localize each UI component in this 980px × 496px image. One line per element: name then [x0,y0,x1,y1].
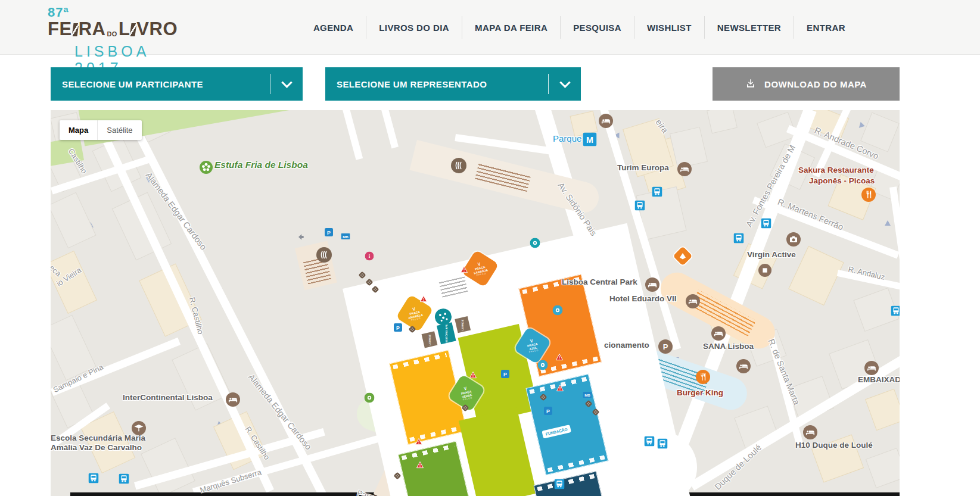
road [341,110,363,160]
map-type-mapa[interactable]: Mapa [60,120,97,140]
building [865,389,900,431]
parking-sq-icon: P [501,370,509,378]
camera-icon [786,232,801,247]
represented-dropdown-label: SELECIONE UM REPRESENTADO [325,79,548,89]
download-icon [745,78,756,91]
warning-icon [415,438,423,446]
street-label: Marquês Subserra [199,467,263,495]
poi-label[interactable]: Burger King [677,388,723,397]
hotel-icon[interactable] [736,359,751,373]
mb-icon: MB [583,391,592,400]
poi-label[interactable]: Lisboa Central Park [562,277,637,286]
arrow-left-icon [296,232,306,242]
orange-diamond-icon [671,244,695,268]
teal-dot-icon [530,238,540,248]
map-type-control: Mapa Satélite [60,120,142,140]
kiosk-icon [592,408,600,416]
nav-item-wishlist[interactable]: WISHLIST [634,23,704,33]
hotel-icon[interactable] [803,425,817,439]
site-logo[interactable]: 87ª FERADOLVRO LISBOA 2017 [48,5,185,52]
poi-label[interactable]: Virgin Active [747,250,796,259]
bus-icon [652,187,662,197]
svg-text:P: P [327,230,331,236]
parking-icon: P [658,339,673,354]
nav-item-pesquisa[interactable]: PESQUISA [561,23,634,33]
blue-dot-icon [553,305,563,316]
participant-dropdown[interactable]: SELECIONE UM PARTICIPANTE [51,67,303,101]
school-icon[interactable] [132,421,146,435]
hotel-icon[interactable] [677,162,692,176]
nav-item-livros-do-dia[interactable]: LIVROS DO DIA [366,23,462,33]
site-header: 87ª FERADOLVRO LISBOA 2017 AGENDALIVROS … [0,0,980,55]
hotel-icon[interactable] [599,114,613,128]
bus-icon [761,219,771,229]
bus-icon [658,439,668,449]
hotel-icon[interactable] [686,294,700,308]
bus-icon [891,306,900,316]
svg-text:P: P [546,408,550,414]
fair-area-lime-2 [459,407,537,496]
poi-label[interactable]: cionamento [604,341,649,350]
blue-dot-icon [538,360,548,370]
park-icon[interactable] [200,161,213,174]
poi-label[interactable]: Sakura Restaurante [798,166,874,174]
poi-label[interactable]: H10 Duque de Loulé [795,441,873,450]
kiosk-icon [393,472,402,480]
nav-item-newsletter[interactable]: NEWSLETTER [705,23,794,33]
chevron-down-icon[interactable] [549,80,581,88]
kiosk-icon [461,404,469,412]
fair-lounge: LOUNGE [455,316,471,333]
fair-pavilion-green [398,441,475,496]
kiosk-icon [408,325,416,333]
download-map-button[interactable]: DOWNLOAD DO MAPA [713,67,900,101]
bus-icon [119,474,129,484]
building [866,448,900,488]
poi-label[interactable]: Parque [553,133,581,144]
restaurant-icon[interactable] [861,188,876,202]
restaurant-icon[interactable] [696,370,710,384]
green-dot-icon [365,393,375,403]
metro-icon[interactable]: M [583,133,597,146]
building [707,110,738,133]
google-map[interactable]: Mapa Satélite LOUNGE AUDITÓRIO APEL LOUN… [51,110,900,496]
warning-icon [556,384,564,392]
represented-dropdown[interactable]: SELECIONE UM REPRESENTADO [325,67,581,101]
poi-label[interactable]: InterContinental Lisboa [123,393,213,402]
coffee-icon [316,247,332,263]
svg-text:MB: MB [584,393,590,397]
bus-icon [89,473,99,483]
mb-icon: MB [341,232,350,241]
fair-lounge: LOUNGE [422,331,438,348]
road [380,110,399,148]
logo-slash-icon [71,23,79,36]
road-arrow-icon [885,220,891,226]
nav-item-mapa-da-feira[interactable]: MAPA DA FEIRA [462,23,560,33]
poi-label[interactable]: Hotel Eduardo VII [609,294,677,303]
parking-sq-icon: P [544,407,552,415]
fair-auditorio-apel: AUDITÓRIO APEL [437,322,456,344]
poi-label[interactable]: Turim Europa [617,163,669,172]
chevron-down-icon[interactable] [270,80,303,88]
nav-item-agenda[interactable]: AGENDA [301,23,366,33]
bus-icon [734,233,744,244]
poi-label[interactable]: Japonês - Picoas [809,176,875,185]
info-icon: i [365,252,374,261]
road [455,134,550,154]
building [788,246,844,305]
warning-icon [460,266,468,274]
hotel-icon[interactable] [226,392,240,407]
poi-label[interactable]: SANA Lisboa [703,342,754,351]
svg-text:P: P [663,342,668,351]
road [889,186,900,288]
parking-sq-icon: P [394,323,402,332]
bus-icon [645,436,655,447]
poi-label[interactable]: Amália Vaz De Carvalho [51,443,142,452]
nav-item-entrar[interactable]: ENTRAR [794,23,858,33]
hotel-icon[interactable] [864,361,879,375]
warning-icon [416,461,424,469]
poi-label[interactable]: Estufa Fria de Lisboa [214,160,308,170]
poi-label[interactable]: EMBAIXAD [858,375,900,384]
map-type-satelite[interactable]: Satélite [98,120,141,140]
hotel-icon[interactable] [645,277,659,292]
hotel-icon[interactable] [711,326,726,341]
